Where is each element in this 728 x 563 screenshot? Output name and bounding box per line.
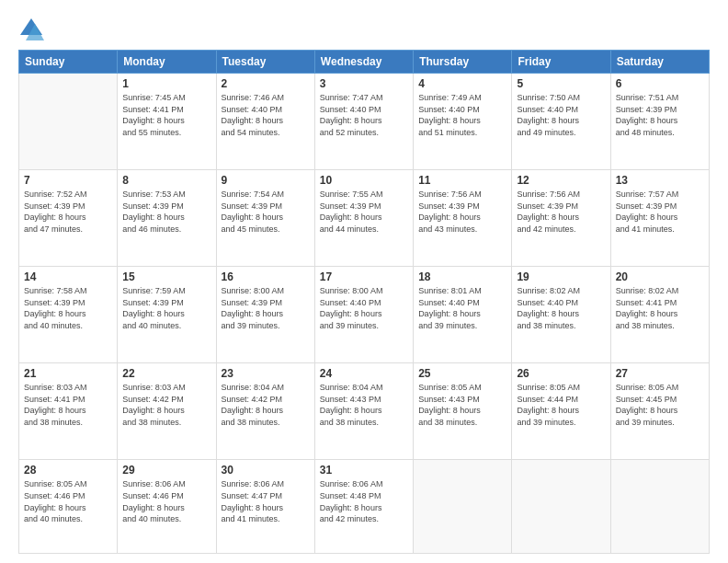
calendar-cell: 31Sunrise: 8:06 AM Sunset: 4:48 PM Dayli… [314, 460, 413, 554]
calendar-cell: 19Sunrise: 8:02 AM Sunset: 4:40 PM Dayli… [512, 267, 610, 363]
day-number: 6 [616, 77, 704, 90]
calendar-cell: 21Sunrise: 8:03 AM Sunset: 4:41 PM Dayli… [19, 363, 118, 460]
cell-info: Sunrise: 8:01 AM Sunset: 4:40 PM Dayligh… [418, 285, 506, 331]
day-number: 30 [222, 464, 310, 477]
cell-info: Sunrise: 8:06 AM Sunset: 4:46 PM Dayligh… [122, 478, 210, 524]
cell-info: Sunrise: 7:53 AM Sunset: 4:39 PM Dayligh… [122, 189, 210, 235]
cell-info: Sunrise: 7:45 AM Sunset: 4:41 PM Dayligh… [122, 92, 210, 138]
cell-info: Sunrise: 8:06 AM Sunset: 4:48 PM Dayligh… [320, 478, 408, 524]
day-number: 2 [222, 77, 310, 90]
calendar-cell: 10Sunrise: 7:55 AM Sunset: 4:39 PM Dayli… [314, 170, 413, 267]
cell-info: Sunrise: 7:57 AM Sunset: 4:39 PM Dayligh… [616, 189, 704, 235]
day-number: 8 [122, 174, 210, 187]
calendar-cell: 20Sunrise: 8:02 AM Sunset: 4:41 PM Dayli… [610, 267, 709, 363]
calendar-cell [610, 460, 709, 554]
weekday-header-row: SundayMondayTuesdayWednesdayThursdayFrid… [19, 51, 710, 74]
day-number: 10 [320, 174, 408, 187]
calendar-week-row: 14Sunrise: 7:58 AM Sunset: 4:39 PM Dayli… [19, 267, 710, 363]
day-number: 29 [122, 464, 210, 477]
cell-info: Sunrise: 8:05 AM Sunset: 4:44 PM Dayligh… [517, 382, 605, 428]
cell-info: Sunrise: 7:56 AM Sunset: 4:39 PM Dayligh… [418, 189, 506, 235]
day-number: 27 [616, 367, 704, 380]
calendar-cell: 27Sunrise: 8:05 AM Sunset: 4:45 PM Dayli… [610, 363, 709, 460]
calendar-week-row: 28Sunrise: 8:05 AM Sunset: 4:46 PM Dayli… [19, 460, 710, 554]
day-number: 18 [418, 270, 506, 283]
day-number: 16 [222, 270, 310, 283]
day-number: 21 [24, 367, 112, 380]
calendar-cell: 29Sunrise: 8:06 AM Sunset: 4:46 PM Dayli… [118, 460, 216, 554]
cell-info: Sunrise: 7:54 AM Sunset: 4:39 PM Dayligh… [222, 189, 310, 235]
day-number: 15 [122, 270, 210, 283]
cell-info: Sunrise: 7:51 AM Sunset: 4:39 PM Dayligh… [616, 92, 704, 138]
calendar-cell: 9Sunrise: 7:54 AM Sunset: 4:39 PM Daylig… [216, 170, 314, 267]
day-number: 24 [320, 367, 408, 380]
cell-info: Sunrise: 7:50 AM Sunset: 4:40 PM Dayligh… [517, 92, 605, 138]
weekday-header-thursday: Thursday [414, 51, 512, 74]
cell-info: Sunrise: 7:56 AM Sunset: 4:39 PM Dayligh… [517, 189, 605, 235]
weekday-header-monday: Monday [118, 51, 216, 74]
calendar-cell: 4Sunrise: 7:49 AM Sunset: 4:40 PM Daylig… [414, 74, 512, 170]
cell-info: Sunrise: 8:04 AM Sunset: 4:42 PM Dayligh… [222, 382, 310, 428]
day-number: 28 [24, 464, 112, 477]
page: SundayMondayTuesdayWednesdayThursdayFrid… [0, 0, 728, 563]
calendar-week-row: 21Sunrise: 8:03 AM Sunset: 4:41 PM Dayli… [19, 363, 710, 460]
cell-info: Sunrise: 8:00 AM Sunset: 4:40 PM Dayligh… [320, 285, 408, 331]
logo-icon [18, 17, 44, 42]
calendar-cell: 2Sunrise: 7:46 AM Sunset: 4:40 PM Daylig… [216, 74, 314, 170]
calendar-cell: 13Sunrise: 7:57 AM Sunset: 4:39 PM Dayli… [610, 170, 709, 267]
cell-info: Sunrise: 8:02 AM Sunset: 4:41 PM Dayligh… [616, 285, 704, 331]
cell-info: Sunrise: 8:04 AM Sunset: 4:43 PM Dayligh… [320, 382, 408, 428]
calendar-cell: 17Sunrise: 8:00 AM Sunset: 4:40 PM Dayli… [314, 267, 413, 363]
calendar-cell [19, 74, 118, 170]
day-number: 3 [320, 77, 408, 90]
calendar-cell: 24Sunrise: 8:04 AM Sunset: 4:43 PM Dayli… [314, 363, 413, 460]
cell-info: Sunrise: 8:03 AM Sunset: 4:42 PM Dayligh… [122, 382, 210, 428]
calendar-cell [512, 460, 610, 554]
calendar-cell: 26Sunrise: 8:05 AM Sunset: 4:44 PM Dayli… [512, 363, 610, 460]
day-number: 9 [222, 174, 310, 187]
weekday-header-saturday: Saturday [610, 51, 709, 74]
day-number: 26 [517, 367, 605, 380]
day-number: 23 [222, 367, 310, 380]
day-number: 19 [517, 270, 605, 283]
calendar-cell: 30Sunrise: 8:06 AM Sunset: 4:47 PM Dayli… [216, 460, 314, 554]
weekday-header-wednesday: Wednesday [314, 51, 413, 74]
calendar-cell: 8Sunrise: 7:53 AM Sunset: 4:39 PM Daylig… [118, 170, 216, 267]
calendar-cell: 23Sunrise: 8:04 AM Sunset: 4:42 PM Dayli… [216, 363, 314, 460]
header [18, 17, 710, 42]
calendar-cell: 3Sunrise: 7:47 AM Sunset: 4:40 PM Daylig… [314, 74, 413, 170]
weekday-header-sunday: Sunday [19, 51, 118, 74]
cell-info: Sunrise: 8:05 AM Sunset: 4:46 PM Dayligh… [24, 478, 112, 524]
calendar-cell: 14Sunrise: 7:58 AM Sunset: 4:39 PM Dayli… [19, 267, 118, 363]
logo [18, 17, 48, 42]
calendar-cell: 12Sunrise: 7:56 AM Sunset: 4:39 PM Dayli… [512, 170, 610, 267]
weekday-header-tuesday: Tuesday [216, 51, 314, 74]
calendar-cell: 11Sunrise: 7:56 AM Sunset: 4:39 PM Dayli… [414, 170, 512, 267]
day-number: 25 [418, 367, 506, 380]
cell-info: Sunrise: 8:00 AM Sunset: 4:39 PM Dayligh… [222, 285, 310, 331]
calendar-cell [414, 460, 512, 554]
day-number: 17 [320, 270, 408, 283]
day-number: 4 [418, 77, 506, 90]
calendar-cell: 25Sunrise: 8:05 AM Sunset: 4:43 PM Dayli… [414, 363, 512, 460]
day-number: 22 [122, 367, 210, 380]
calendar-cell: 7Sunrise: 7:52 AM Sunset: 4:39 PM Daylig… [19, 170, 118, 267]
day-number: 5 [517, 77, 605, 90]
calendar-cell: 1Sunrise: 7:45 AM Sunset: 4:41 PM Daylig… [118, 74, 216, 170]
calendar-week-row: 7Sunrise: 7:52 AM Sunset: 4:39 PM Daylig… [19, 170, 710, 267]
calendar-cell: 22Sunrise: 8:03 AM Sunset: 4:42 PM Dayli… [118, 363, 216, 460]
calendar-cell: 5Sunrise: 7:50 AM Sunset: 4:40 PM Daylig… [512, 74, 610, 170]
day-number: 14 [24, 270, 112, 283]
day-number: 11 [418, 174, 506, 187]
calendar-cell: 18Sunrise: 8:01 AM Sunset: 4:40 PM Dayli… [414, 267, 512, 363]
cell-info: Sunrise: 8:03 AM Sunset: 4:41 PM Dayligh… [24, 382, 112, 428]
cell-info: Sunrise: 8:05 AM Sunset: 4:45 PM Dayligh… [616, 382, 704, 428]
day-number: 12 [517, 174, 605, 187]
calendar-cell: 15Sunrise: 7:59 AM Sunset: 4:39 PM Dayli… [118, 267, 216, 363]
cell-info: Sunrise: 7:47 AM Sunset: 4:40 PM Dayligh… [320, 92, 408, 138]
day-number: 31 [320, 464, 408, 477]
calendar-week-row: 1Sunrise: 7:45 AM Sunset: 4:41 PM Daylig… [19, 74, 710, 170]
cell-info: Sunrise: 8:05 AM Sunset: 4:43 PM Dayligh… [418, 382, 506, 428]
calendar-table: SundayMondayTuesdayWednesdayThursdayFrid… [18, 50, 710, 554]
cell-info: Sunrise: 7:59 AM Sunset: 4:39 PM Dayligh… [122, 285, 210, 331]
